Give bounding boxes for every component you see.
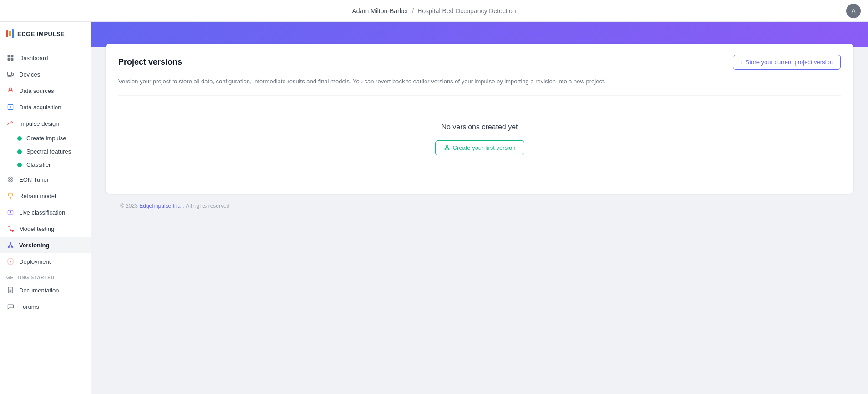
empty-state-title: No versions created yet — [441, 123, 518, 131]
dot-classifier — [17, 163, 22, 167]
sidebar-item-deployment[interactable]: Deployment — [0, 253, 91, 270]
sidebar-item-data-sources[interactable]: Data sources — [0, 82, 91, 99]
sidebar-item-label-versioning: Versioning — [19, 242, 49, 249]
svg-rect-1 — [11, 55, 14, 58]
versions-card: Project versions + Store your current pr… — [106, 44, 853, 194]
sidebar-nav: Dashboard Devices Data sources — [0, 46, 91, 394]
impulse-design-icon — [6, 119, 15, 128]
footer-copyright: © 2023 — [120, 203, 138, 209]
page-title: Project versions — [118, 57, 182, 67]
live-classification-icon — [6, 208, 15, 216]
svg-point-29 — [448, 148, 449, 150]
eon-tuner-icon — [6, 175, 15, 184]
svg-point-18 — [8, 246, 9, 247]
sidebar-item-label-data-acquisition: Data acquisition — [19, 104, 61, 111]
versions-description: Version your project to store all data, … — [118, 77, 841, 96]
sidebar-item-label-retrain-model: Retrain model — [19, 193, 56, 200]
footer: © 2023 EdgeImpulse Inc. . All rights res… — [106, 194, 853, 218]
sidebar-item-label-documentation: Documentation — [19, 287, 59, 294]
sidebar-item-live-classification[interactable]: Live classification — [0, 204, 91, 220]
topbar-breadcrumb: Adam Milton-Barker / Hospital Bed Occupa… — [352, 7, 516, 15]
sidebar-item-versioning[interactable]: Versioning — [0, 237, 91, 253]
forums-icon — [6, 302, 15, 311]
sidebar-item-label-devices: Devices — [19, 71, 40, 78]
svg-line-21 — [10, 244, 12, 246]
sidebar-item-label-impulse-design: Impulse design — [19, 120, 59, 127]
svg-point-28 — [445, 148, 446, 150]
store-version-button[interactable]: + Store your current project version — [733, 55, 841, 70]
sidebar-logo: EDGE IMPULSE — [0, 22, 91, 46]
deployment-icon — [6, 257, 15, 266]
svg-point-17 — [10, 242, 11, 244]
sidebar-item-data-acquisition[interactable]: Data acquisition — [0, 99, 91, 115]
retrain-model-icon — [6, 192, 15, 200]
empty-state: No versions created yet Create your firs… — [118, 96, 841, 183]
topbar: Adam Milton-Barker / Hospital Bed Occupa… — [0, 0, 868, 22]
logo-text: EDGE IMPULSE — [17, 31, 65, 37]
svg-rect-2 — [8, 58, 10, 61]
svg-rect-0 — [8, 55, 10, 58]
documentation-icon — [6, 286, 15, 294]
svg-rect-4 — [8, 72, 12, 75]
sidebar-subitem-classifier[interactable]: Classifier — [0, 158, 91, 171]
sidebar-item-label-eon-tuner: EON Tuner — [19, 176, 49, 183]
sidebar-item-label-model-testing: Model testing — [19, 225, 54, 232]
sidebar-item-devices[interactable]: Devices — [0, 66, 91, 82]
topbar-project: Hospital Bed Occupancy Detection — [417, 7, 516, 15]
avatar[interactable]: A — [846, 4, 861, 18]
dashboard-icon — [6, 54, 15, 62]
dot-spectral-features — [17, 149, 22, 154]
svg-line-20 — [9, 244, 10, 246]
sidebar-item-impulse-design[interactable]: Impulse design — [0, 115, 91, 132]
sidebar-item-retrain-model[interactable]: Retrain model — [0, 188, 91, 204]
sidebar-subitem-create-impulse[interactable]: Create impulse — [0, 132, 91, 145]
sidebar-item-dashboard[interactable]: Dashboard — [0, 50, 91, 66]
data-acquisition-icon — [6, 103, 15, 111]
sidebar-item-forums[interactable]: Forums — [0, 298, 91, 315]
devices-icon — [6, 70, 15, 78]
getting-started-label: GETTING STARTED — [0, 270, 91, 282]
versioning-icon — [6, 241, 15, 249]
sidebar-item-eon-tuner[interactable]: EON Tuner — [0, 171, 91, 188]
sidebar-item-label-live-classification: Live classification — [19, 209, 65, 216]
layout: EDGE IMPULSE Dashboard Devices — [0, 22, 868, 394]
svg-rect-5 — [12, 73, 13, 76]
create-first-version-button[interactable]: Create your first version — [435, 140, 524, 155]
topbar-separator: / — [412, 7, 414, 15]
dot-create-impulse — [17, 136, 22, 141]
sidebar-item-model-testing[interactable]: Model testing — [0, 220, 91, 237]
model-testing-icon — [6, 225, 15, 233]
sidebar-item-documentation[interactable]: Documentation — [0, 282, 91, 298]
svg-rect-3 — [11, 58, 14, 61]
svg-point-15 — [10, 211, 11, 213]
svg-point-11 — [8, 177, 13, 182]
sidebar-subitem-label-spectral-features: Spectral features — [26, 148, 71, 155]
sidebar-item-label-deployment: Deployment — [19, 258, 51, 265]
sidebar: EDGE IMPULSE Dashboard Devices — [0, 22, 91, 394]
topbar-username: Adam Milton-Barker — [352, 7, 409, 15]
sidebar-subitem-spectral-features[interactable]: Spectral features — [0, 145, 91, 158]
svg-point-19 — [11, 246, 13, 247]
data-sources-icon — [6, 87, 15, 95]
footer-company-link[interactable]: EdgeImpulse Inc. — [139, 203, 182, 209]
svg-point-16 — [12, 230, 13, 231]
create-first-version-label: Create your first version — [453, 144, 516, 151]
svg-rect-22 — [8, 259, 13, 264]
sidebar-subitem-label-create-impulse: Create impulse — [26, 135, 66, 142]
sidebar-subitem-label-classifier: Classifier — [26, 161, 51, 168]
sidebar-item-label-data-sources: Data sources — [19, 87, 54, 94]
svg-line-30 — [445, 147, 447, 148]
svg-point-7 — [10, 88, 12, 90]
svg-point-27 — [446, 145, 447, 147]
svg-line-31 — [447, 147, 449, 148]
main-content: Project versions + Store your current pr… — [91, 22, 868, 394]
svg-point-12 — [10, 179, 12, 181]
footer-rights: . All rights reserved — [183, 203, 229, 209]
create-version-icon — [444, 144, 450, 151]
versions-card-header: Project versions + Store your current pr… — [118, 55, 841, 70]
logo-icon — [6, 29, 14, 38]
sidebar-item-label-dashboard: Dashboard — [19, 55, 48, 61]
content-area: Project versions + Store your current pr… — [91, 47, 868, 394]
sidebar-item-label-forums: Forums — [19, 303, 39, 310]
